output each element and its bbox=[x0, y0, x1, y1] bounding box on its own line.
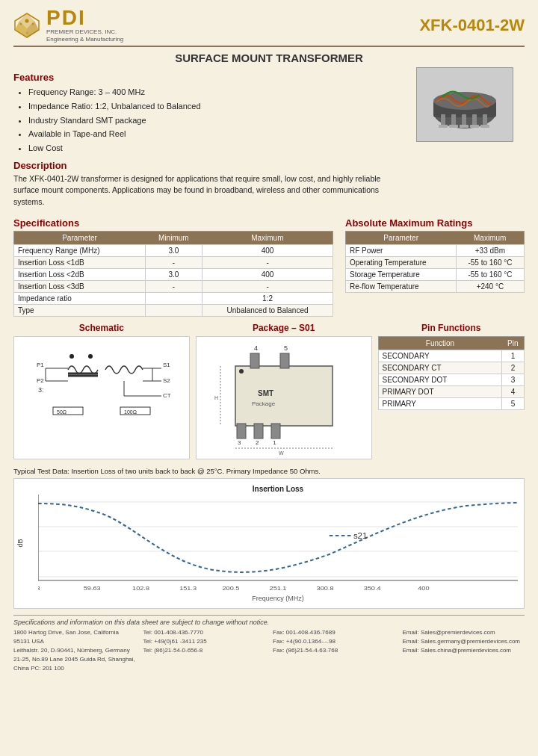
cell: 5 bbox=[502, 397, 525, 409]
footer-col-fax: Fax: 001-408-436-7689 Fax: +4(90.0.1364-… bbox=[273, 628, 395, 673]
specs-table: Parameter Minimum Maximum Frequency Rang… bbox=[13, 231, 333, 317]
footer-email-2: Email: Sales.germany@premierdevices.com bbox=[403, 637, 525, 646]
features-title: Features bbox=[13, 72, 398, 83]
product-title: SURFACE MOUNT TRANSFORMER bbox=[13, 52, 525, 64]
footer-tel-2: Tel: +49(0)61 -3411 235 bbox=[143, 637, 266, 646]
svg-rect-11 bbox=[441, 114, 445, 126]
cell: Unbalanced to Balanced bbox=[202, 304, 333, 316]
footer-fax-3: Fax: (86)21-54-4-63-768 bbox=[273, 646, 395, 655]
features-list: Frequency Range: 3 – 400 MHz Impedance R… bbox=[13, 85, 398, 155]
product-image-area bbox=[405, 67, 525, 208]
cell: SECONDARY bbox=[378, 350, 501, 362]
cell bbox=[145, 304, 202, 316]
svg-point-23 bbox=[88, 354, 93, 359]
pin-functions-title: Pin Functions bbox=[378, 323, 525, 333]
table-row: PRIMARY DOT 4 bbox=[378, 385, 524, 397]
footer-note: Specifications and information on this d… bbox=[13, 619, 525, 626]
footer-email-1: Email: Sales@premierdevices.com bbox=[403, 628, 525, 637]
specs-col-minimum: Minimum bbox=[145, 231, 202, 244]
cell: - bbox=[145, 256, 202, 268]
svg-text:5: 5 bbox=[284, 344, 288, 352]
footer-address-3: 21-25, No.89 Lane 2045 Guida Rd, Shangha… bbox=[13, 655, 136, 673]
cell: 400 bbox=[202, 244, 333, 256]
svg-text:4: 4 bbox=[254, 344, 258, 352]
footer-col-phones: Tel: 001-408-436-7770 Tel: +49(0)61 -341… bbox=[143, 628, 266, 673]
svg-text:Package: Package bbox=[252, 400, 276, 407]
product-image bbox=[416, 67, 513, 142]
package-col: Package – S01 4 5 3 2 bbox=[196, 323, 372, 459]
chart-caption: Typical Test Data: Insertion Loss of two… bbox=[13, 467, 525, 475]
svg-point-5 bbox=[20, 22, 22, 25]
svg-text:H: H bbox=[214, 395, 218, 400]
abs-col-maximum: Maximum bbox=[456, 231, 524, 244]
svg-text:3: 3 bbox=[238, 439, 241, 446]
cell: - bbox=[202, 280, 333, 292]
svg-text:102.8: 102.8 bbox=[132, 584, 149, 591]
svg-rect-47 bbox=[280, 353, 289, 368]
chart-svg: 0 -1 -2 -3 s21 3 59.63 102.8 151.3 200.5… bbox=[38, 495, 518, 592]
specs-col-maximum: Maximum bbox=[202, 231, 333, 244]
cell: 400 bbox=[202, 268, 333, 280]
package-title: Package – S01 bbox=[196, 323, 372, 333]
cell: +240 °C bbox=[456, 280, 524, 292]
cell: Impedance ratio bbox=[14, 292, 146, 304]
table-row: Type Unbalanced to Balanced bbox=[14, 304, 333, 316]
feature-item-2: Impedance Ratio: 1:2, Unbalanced to Bala… bbox=[28, 99, 398, 114]
svg-text:P2: P2 bbox=[37, 377, 44, 384]
logo-pdi: PDI bbox=[46, 7, 123, 28]
footer-email-3: Email: Sales.china@premierdevices.com bbox=[403, 646, 525, 655]
footer-col-addresses: 1800 Hartog Drive, San Jose, California … bbox=[13, 628, 136, 673]
svg-rect-17 bbox=[449, 125, 458, 128]
feature-item-5: Low Cost bbox=[28, 141, 398, 155]
feature-item-4: Available in Tape-and Reel bbox=[28, 127, 398, 141]
footer: Specifications and information on this d… bbox=[13, 615, 525, 673]
svg-text:50Ω: 50Ω bbox=[57, 409, 67, 415]
cell: 1:2 bbox=[202, 292, 333, 304]
schematic-diagram: 3: bbox=[13, 336, 190, 459]
package-diagram: 4 5 3 2 1 H bbox=[196, 336, 372, 459]
cell: Storage Temperature bbox=[346, 268, 457, 280]
specs-area: Specifications Parameter Minimum Maximum… bbox=[13, 213, 525, 317]
footer-addresses: 1800 Hartog Drive, San Jose, California … bbox=[13, 628, 525, 673]
footer-address-2: Leithalstr. 20, D-90441, Nürnberg, Germa… bbox=[13, 646, 136, 655]
cell: - bbox=[202, 256, 333, 268]
cell: Insertion Loss <1dB bbox=[14, 256, 146, 268]
package-svg: 4 5 3 2 1 H bbox=[213, 340, 355, 456]
header: PDI PREMIER DEVICES, INC. Engineering & … bbox=[13, 7, 525, 47]
svg-text:2: 2 bbox=[256, 439, 259, 446]
svg-text:200.5: 200.5 bbox=[222, 584, 239, 591]
absolute-max-ratings-block: Absolute Maximum Ratings Parameter Maxim… bbox=[345, 213, 525, 317]
pin-functions-col: Pin Functions Function Pin SECONDARY 1 S… bbox=[378, 323, 525, 459]
footer-fax-1: Fax: 001-408-436-7689 bbox=[273, 628, 395, 637]
svg-rect-16 bbox=[439, 125, 448, 128]
table-row: Insertion Loss <3dB - - bbox=[14, 280, 333, 292]
svg-text:S2: S2 bbox=[163, 377, 170, 384]
cell: 1 bbox=[502, 350, 525, 362]
abs-col-parameter: Parameter bbox=[346, 231, 457, 244]
svg-point-6 bbox=[32, 22, 34, 25]
cell bbox=[145, 292, 202, 304]
table-row: Re-flow Temperature +240 °C bbox=[346, 280, 525, 292]
chart-box: Insertion Loss dB 0 -1 -2 -3 s bbox=[13, 478, 525, 609]
svg-text:CT: CT bbox=[163, 392, 171, 399]
table-row: SECONDARY 1 bbox=[378, 350, 524, 362]
svg-rect-15 bbox=[483, 114, 487, 126]
svg-rect-18 bbox=[460, 125, 469, 128]
pin-col-pin: Pin bbox=[502, 336, 525, 350]
table-row: Operating Temperature -55 to 160 °C bbox=[346, 256, 525, 268]
description-title: Description bbox=[13, 160, 398, 171]
svg-text:3:: 3: bbox=[38, 386, 44, 394]
svg-rect-46 bbox=[250, 353, 259, 368]
cell: SECONDARY DOT bbox=[378, 374, 501, 385]
cell: Type bbox=[14, 304, 146, 316]
svg-rect-19 bbox=[470, 125, 479, 128]
logo-company: PREMIER DEVICES, INC. bbox=[46, 28, 123, 36]
table-row: PRIMARY 5 bbox=[378, 397, 524, 409]
pin-functions-table: Function Pin SECONDARY 1 SECONDARY CT 2 … bbox=[378, 336, 525, 410]
chart-title: Insertion Loss bbox=[38, 485, 518, 493]
cell: 4 bbox=[502, 385, 525, 397]
cell: 2 bbox=[502, 362, 525, 374]
svg-text:s21: s21 bbox=[353, 532, 367, 540]
svg-rect-49 bbox=[254, 424, 263, 439]
logo-text-block: PDI PREMIER DEVICES, INC. Engineering & … bbox=[46, 7, 123, 43]
